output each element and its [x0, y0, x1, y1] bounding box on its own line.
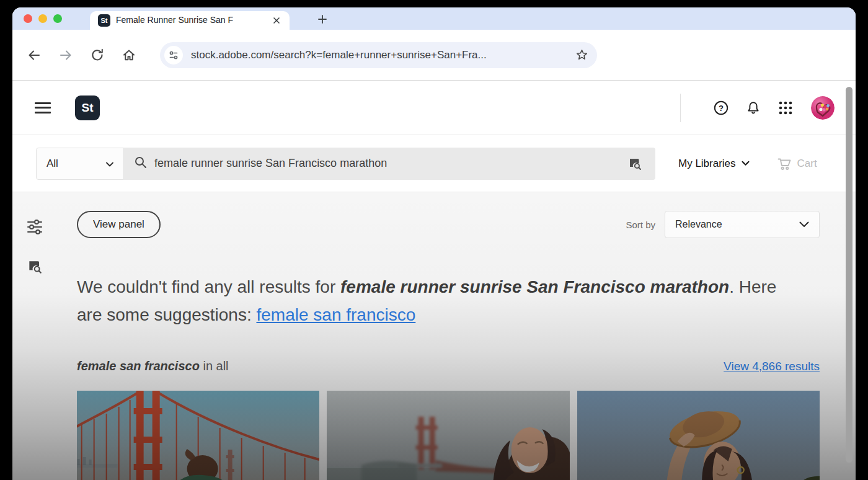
search-input[interactable]: female runner sunrise San Francisco mara… — [124, 148, 655, 180]
close-window-button[interactable] — [24, 14, 32, 23]
traffic-lights — [24, 14, 62, 23]
zoom-window-button[interactable] — [53, 14, 62, 23]
home-icon[interactable] — [121, 47, 137, 63]
minimize-window-button[interactable] — [38, 14, 47, 23]
suggestion-results-header: female san francisco in all View 4,866 r… — [77, 359, 820, 373]
svg-text:?: ? — [719, 104, 724, 113]
site-settings-icon[interactable] — [164, 46, 183, 64]
reload-icon[interactable] — [89, 47, 105, 63]
cart-label: Cart — [797, 158, 817, 170]
message-query-echo: female runner sunrise San Francisco mara… — [340, 277, 729, 296]
site-header: St ? — [12, 81, 856, 135]
cart-button[interactable]: Cart — [777, 156, 817, 171]
cart-icon — [777, 156, 792, 171]
no-results-message: We couldn't find any all results for fem… — [77, 273, 799, 329]
search-result-thumbnail-straw-hat[interactable] — [577, 391, 820, 480]
browser-tab[interactable]: St Female Runner Sunrise San F — [90, 11, 290, 30]
user-avatar[interactable] — [811, 96, 835, 120]
browser-window: St Female Runner Sunrise San F — [12, 7, 856, 480]
chevron-down-icon — [106, 158, 113, 170]
sort-group: Sort by Relevance — [626, 211, 820, 238]
search-bar: All female runner sunrise San Francisco … — [36, 148, 655, 180]
sort-dropdown[interactable]: Relevance — [665, 211, 820, 238]
bookmark-star-icon[interactable] — [575, 48, 588, 61]
search-scope-dropdown[interactable]: All — [36, 148, 124, 180]
search-magnifier-icon — [134, 156, 147, 171]
message-text-before: We couldn't find any all results for — [77, 277, 340, 296]
search-result-thumbnail-smiling-woman[interactable] — [327, 391, 569, 480]
search-query-text: female runner sunrise San Francisco mara… — [154, 157, 387, 170]
results-controls: View panel Sort by Relevance — [77, 211, 820, 238]
tab-close-icon[interactable] — [271, 15, 282, 26]
visual-search-rail-icon[interactable] — [26, 258, 43, 275]
new-tab-icon[interactable] — [315, 12, 330, 27]
back-icon[interactable] — [26, 47, 42, 63]
tab-favicon: St — [98, 14, 110, 27]
my-libraries-dropdown[interactable]: My Libraries — [678, 158, 750, 170]
search-row: All female runner sunrise San Francisco … — [12, 135, 856, 192]
search-scope-value: All — [46, 158, 58, 170]
tab-strip: St Female Runner Sunrise San F — [12, 7, 856, 30]
view-results-link[interactable]: View 4,866 results — [724, 360, 820, 373]
notifications-bell-icon[interactable] — [745, 100, 761, 116]
left-rail — [12, 192, 57, 480]
apps-grid-icon[interactable] — [777, 100, 794, 116]
results-main: View panel Sort by Relevance We couldn't… — [77, 192, 820, 373]
url-text: stock.adobe.com/search?k=female+runner+s… — [191, 49, 487, 61]
thumbnail-row — [77, 391, 820, 480]
address-bar[interactable]: stock.adobe.com/search?k=female+runner+s… — [160, 42, 597, 68]
header-actions: ? — [680, 94, 835, 122]
search-result-thumbnail-golden-gate[interactable] — [77, 391, 319, 480]
scrollbar-thumb[interactable] — [846, 87, 852, 463]
suggestion-link[interactable]: female san francisco — [257, 305, 416, 324]
my-libraries-label: My Libraries — [678, 158, 736, 170]
menu-icon[interactable] — [35, 102, 51, 113]
header-divider — [680, 94, 681, 122]
suggestion-term: female san francisco — [77, 359, 200, 373]
visual-search-icon[interactable] — [624, 153, 645, 174]
sort-by-label: Sort by — [626, 220, 655, 230]
chevron-down-icon — [799, 219, 809, 230]
results-area: View panel Sort by Relevance We couldn't… — [12, 192, 856, 480]
tab-title: Female Runner Sunrise San F — [116, 15, 260, 25]
forward-icon[interactable] — [58, 47, 74, 63]
view-panel-button[interactable]: View panel — [77, 211, 161, 238]
sort-value: Relevance — [675, 219, 722, 230]
adobe-stock-logo[interactable]: St — [75, 96, 100, 120]
help-icon[interactable]: ? — [713, 100, 729, 116]
suggestion-scope-suffix: in all — [200, 359, 229, 373]
browser-toolbar: stock.adobe.com/search?k=female+runner+s… — [12, 30, 856, 81]
tab-title-wrap: Female Runner Sunrise San F — [116, 15, 260, 26]
filters-icon[interactable] — [26, 218, 43, 236]
